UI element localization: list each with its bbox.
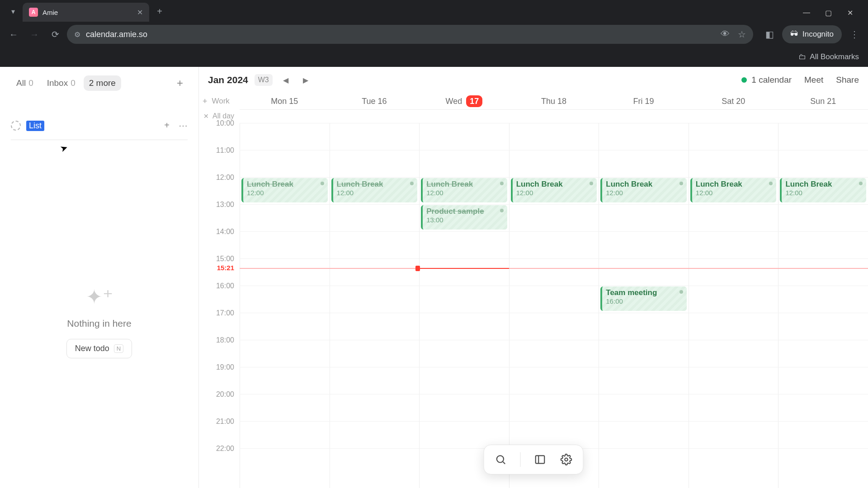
calendar-event[interactable]: Lunch Break12:00	[241, 178, 328, 202]
event-dot-icon	[321, 182, 324, 185]
sidebar-tab-label: All	[16, 78, 26, 88]
tab-search-dropdown[interactable]: ▾	[5, 4, 21, 19]
grid-vline	[599, 123, 599, 488]
day-header[interactable]: Tue 16	[330, 97, 420, 106]
work-filter[interactable]: + Work	[199, 97, 240, 106]
work-label: Work	[212, 97, 230, 106]
collapse-icon[interactable]: ✕	[203, 113, 209, 120]
allday-cell[interactable]	[778, 109, 868, 123]
browser-menu-icon[interactable]: ⋮	[845, 25, 863, 43]
allday-cell[interactable]	[330, 109, 420, 123]
window-controls: ― ▢ ✕	[801, 9, 864, 22]
folder-icon: 🗀	[798, 52, 806, 61]
new-tab-button[interactable]: +	[152, 4, 167, 19]
list-item[interactable]: List + ⋯	[0, 114, 198, 137]
event-title: Lunch Break	[247, 180, 324, 189]
week-badge: W3	[255, 74, 273, 86]
reload-button[interactable]: ⟳	[46, 25, 64, 43]
bookmark-star-icon[interactable]: ☆	[738, 29, 746, 40]
hour-label: 13:00	[199, 201, 240, 209]
calendar-event[interactable]: Lunch Break12:00	[421, 178, 507, 202]
event-title: Lunch Break	[606, 180, 683, 189]
search-icon[interactable]	[494, 453, 508, 466]
event-dot-icon	[679, 290, 683, 294]
now-time-label: 15:21	[199, 264, 240, 272]
close-window-icon[interactable]: ✕	[844, 9, 855, 17]
svg-point-0	[497, 455, 504, 462]
event-time: 12:00	[606, 189, 683, 197]
list-name-input[interactable]: List	[26, 121, 44, 131]
event-time: 12:00	[696, 189, 773, 197]
share-button[interactable]: Share	[836, 75, 859, 85]
day-header[interactable]: Thu 18	[509, 97, 599, 106]
calendar-event[interactable]: Product sample13:00	[421, 205, 507, 230]
maximize-icon[interactable]: ▢	[823, 9, 834, 17]
day-header[interactable]: Mon 15	[240, 97, 330, 106]
sidebar-tab-more[interactable]: 2 more	[84, 75, 121, 91]
side-panel-icon[interactable]: ◧	[760, 25, 778, 43]
calendar-grid[interactable]: + Work Mon 15Tue 16Wed 17Thu 18Fri 19Sat…	[199, 93, 868, 488]
all-bookmarks-label: All Bookmarks	[810, 52, 859, 61]
list-more-icon[interactable]: ⋯	[179, 120, 188, 131]
grid-hline	[240, 204, 868, 205]
calendar-event[interactable]: Team meeting16:00	[600, 286, 687, 311]
minimize-icon[interactable]: ―	[801, 9, 812, 17]
new-todo-button[interactable]: New todo N	[66, 339, 132, 358]
add-list-button[interactable]: +	[172, 75, 188, 91]
sidebar-tab-inbox[interactable]: Inbox 0	[42, 75, 81, 91]
calendar-event[interactable]: Lunch Break12:00	[690, 178, 777, 202]
day-header[interactable]: Sun 21	[778, 97, 868, 106]
event-time: 13:00	[426, 216, 504, 224]
browser-tab[interactable]: A Amie ✕	[23, 3, 149, 22]
separator	[520, 452, 521, 467]
add-todo-icon[interactable]: +	[164, 120, 170, 131]
calendar-count-pill[interactable]: 1 calendar	[741, 75, 792, 85]
now-line-today	[419, 268, 509, 269]
event-time: 16:00	[606, 297, 683, 305]
close-icon[interactable]: ✕	[137, 8, 143, 17]
svg-point-4	[565, 458, 568, 461]
address-bar[interactable]: ⚙ calendar.amie.so 👁 ☆	[67, 25, 753, 44]
calendar-event[interactable]: Lunch Break12:00	[780, 178, 866, 202]
hour-label: 16:00	[199, 282, 240, 290]
day-header[interactable]: Fri 19	[599, 97, 689, 106]
day-headers-row: + Work Mon 15Tue 16Wed 17Thu 18Fri 19Sat…	[199, 93, 868, 109]
grid-hline	[240, 421, 868, 422]
sidebar-tab-all[interactable]: All 0	[11, 75, 39, 91]
layout-icon[interactable]	[533, 453, 547, 466]
browser-chrome: ▾ A Amie ✕ + ― ▢ ✕ ← → ⟳ ⚙ calendar.amie…	[0, 0, 868, 67]
allday-cell[interactable]	[599, 109, 689, 123]
back-button[interactable]: ←	[5, 25, 23, 43]
day-header[interactable]: Wed 17	[419, 97, 509, 106]
incognito-icon: 🕶	[790, 30, 798, 39]
allday-cell[interactable]	[509, 109, 599, 123]
tab-strip: ▾ A Amie ✕ + ― ▢ ✕	[0, 0, 868, 22]
prev-week-button[interactable]: ◀	[279, 73, 292, 87]
incognito-badge[interactable]: 🕶 Incognito	[782, 25, 842, 43]
time-grid[interactable]: 10:0011:0012:0013:0014:0015:0016:0017:00…	[199, 123, 868, 488]
list-color-icon[interactable]	[11, 121, 21, 131]
allday-cell[interactable]	[419, 109, 509, 123]
all-bookmarks-button[interactable]: 🗀 All Bookmarks	[798, 52, 859, 61]
event-dot-icon	[679, 182, 683, 185]
allday-cell[interactable]	[240, 109, 330, 123]
event-dot-icon	[859, 182, 863, 185]
allday-cell[interactable]	[689, 109, 778, 123]
sidebar-tab-label: 2 more	[89, 78, 116, 88]
grid-hline	[240, 177, 868, 178]
grid-hline	[240, 286, 868, 286]
tab-title: Amie	[42, 9, 132, 16]
gear-icon[interactable]	[560, 453, 573, 466]
grid-hline	[240, 150, 868, 150]
meet-button[interactable]: Meet	[804, 75, 823, 85]
day-header[interactable]: Sat 20	[689, 97, 778, 106]
site-settings-icon[interactable]: ⚙	[74, 30, 80, 39]
plus-icon[interactable]: +	[203, 97, 208, 106]
calendar-event[interactable]: Lunch Break12:00	[600, 178, 687, 202]
event-title: Team meeting	[606, 288, 683, 297]
calendar-event[interactable]: Lunch Break12:00	[511, 178, 597, 202]
next-week-button[interactable]: ▶	[299, 73, 312, 87]
eye-off-icon[interactable]: 👁	[721, 29, 730, 40]
hour-label: 19:00	[199, 363, 240, 371]
calendar-event[interactable]: Lunch Break12:00	[331, 178, 418, 202]
